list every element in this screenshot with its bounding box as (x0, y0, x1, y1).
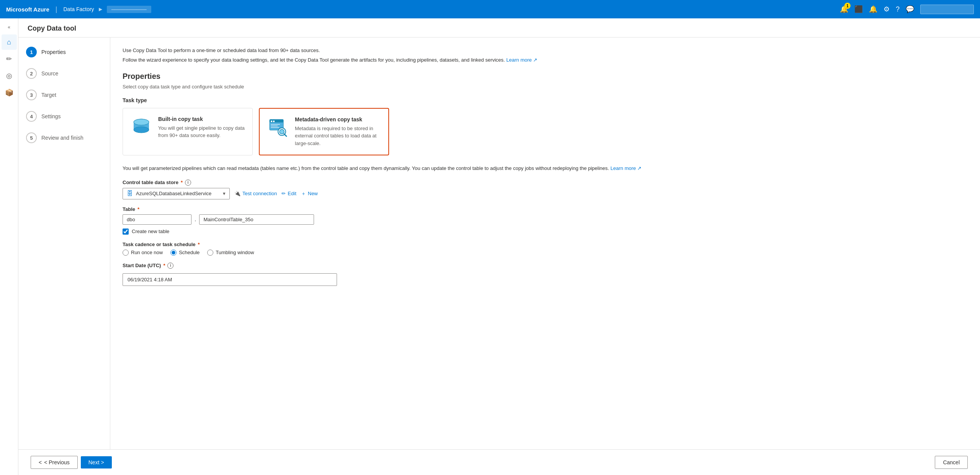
radio-tumbling-label: Tumbling window (216, 250, 254, 255)
radio-group: Run once now Schedule Tumbling window (123, 250, 968, 256)
svg-rect-10 (271, 127, 279, 128)
control-table-row: 🗄 AzureSQLDatabaseLinkedService ▾ 🔌 Test… (123, 188, 968, 199)
control-table-dropdown[interactable]: 🗄 AzureSQLDatabaseLinkedService ▾ (123, 188, 230, 199)
cloud-shell-icon[interactable]: ⬛ (854, 5, 863, 13)
step-source[interactable]: 2 Source (26, 68, 102, 79)
previous-chevron: < (39, 459, 42, 465)
svg-point-3 (134, 119, 149, 125)
alerts-icon[interactable]: 🔔 (869, 5, 877, 13)
test-connection-link[interactable]: 🔌 Test connection (234, 191, 277, 196)
step-4-circle: 4 (26, 111, 37, 122)
start-date-info-icon[interactable]: i (167, 263, 173, 269)
required-star-1: * (181, 180, 183, 185)
dot-separator: . (195, 216, 196, 223)
step-1-circle: 1 (26, 47, 37, 57)
breadcrumb: ────────── (107, 6, 151, 13)
radio-run-once-label: Run once now (131, 250, 163, 255)
left-sidebar: « ⌂ ✏ ◎ 📦 (0, 18, 18, 475)
svg-rect-9 (271, 126, 278, 126)
task-options: Built-in copy task You will get single p… (123, 108, 968, 156)
create-new-table-checkbox[interactable] (123, 229, 129, 235)
topbar-search-input[interactable] (920, 5, 974, 14)
step-properties[interactable]: 1 Properties (26, 47, 102, 57)
radio-run-once[interactable]: Run once now (123, 250, 163, 256)
required-star-3: * (198, 242, 200, 247)
builtin-task-title: Built-in copy task (158, 116, 245, 122)
table-row-inputs: . (123, 214, 968, 225)
topbar: Microsoft Azure | Data Factory ▶ ───────… (0, 0, 980, 18)
svg-rect-6 (271, 121, 272, 122)
sidebar-item-home[interactable]: ⌂ (2, 34, 17, 50)
metadata-task-icon (267, 116, 289, 138)
sidebar-collapse-button[interactable]: « (8, 21, 10, 33)
task-type-label: Task type (123, 97, 968, 103)
notification-icon[interactable]: 🔔 1 (840, 5, 848, 13)
step-review[interactable]: 5 Review and finish (26, 132, 102, 143)
radio-tumbling[interactable]: Tumbling window (207, 250, 254, 256)
new-link[interactable]: ＋ New (301, 190, 318, 197)
page-title: Copy Data tool (28, 24, 971, 33)
notification-badge: 1 (844, 3, 851, 9)
control-table-info-icon[interactable]: i (185, 180, 191, 186)
pencil-icon: ✏ (281, 191, 286, 196)
control-table-label: Control table data store * i (123, 180, 968, 186)
step-3-circle: 3 (26, 90, 37, 100)
step-settings[interactable]: 4 Settings (26, 111, 102, 122)
builtin-task-icon (131, 116, 152, 137)
steps-sidebar: 1 Properties 2 Source 3 Target 4 Setting… (18, 38, 110, 449)
table-schema-input[interactable] (123, 214, 191, 225)
builtin-task-card[interactable]: Built-in copy task You will get single p… (123, 108, 253, 156)
settings-icon[interactable]: ⚙ (883, 5, 890, 13)
svg-rect-8 (271, 124, 280, 125)
sidebar-item-manage[interactable]: 📦 (2, 85, 17, 100)
metadata-task-card[interactable]: Metadata-driven copy task Metadata is re… (259, 108, 389, 156)
datafactory-label: Data Factory (63, 6, 94, 12)
create-new-table-label: Create new table (132, 229, 169, 234)
cancel-button[interactable]: Cancel (935, 456, 968, 469)
separator: | (56, 5, 57, 13)
learn-more-link-1[interactable]: Learn more ↗ (506, 57, 537, 63)
required-star-4: * (163, 263, 165, 268)
step-target[interactable]: 3 Target (26, 90, 102, 100)
feedback-icon[interactable]: 💬 (906, 5, 914, 13)
step-3-label: Target (41, 92, 56, 98)
intro-line1: Use Copy Data Tool to perform a one-time… (123, 47, 968, 55)
learn-more-link-2[interactable]: Learn more ↗ (610, 165, 641, 171)
plus-icon: ＋ (301, 190, 306, 197)
radio-schedule-label: Schedule (179, 250, 200, 255)
radio-schedule[interactable]: Schedule (170, 250, 200, 256)
table-label: Table * (123, 206, 968, 212)
required-star-2: * (137, 206, 139, 212)
svg-point-2 (134, 127, 149, 133)
table-name-input[interactable] (199, 214, 314, 225)
previous-button[interactable]: < < Previous (31, 456, 78, 469)
sidebar-item-monitor[interactable]: ◎ (2, 68, 17, 83)
param-text: You will get parameterized pipelines whi… (123, 165, 968, 173)
step-1-label: Properties (41, 49, 66, 55)
metadata-task-content: Metadata-driven copy task Metadata is re… (295, 116, 381, 147)
start-date-input[interactable] (123, 273, 337, 286)
svg-line-13 (284, 134, 286, 136)
section-title: Properties (123, 72, 968, 81)
dropdown-chevron: ▾ (223, 191, 226, 196)
control-table-value: AzureSQLDatabaseLinkedService (136, 191, 211, 196)
intro-line2: Follow the wizard experience to specify … (123, 56, 968, 64)
builtin-task-content: Built-in copy task You will get single p… (158, 116, 245, 139)
edit-link[interactable]: ✏ Edit (281, 191, 296, 196)
breadcrumb-arrow: ▶ (99, 7, 102, 12)
radio-schedule-input[interactable] (170, 250, 177, 256)
help-icon[interactable]: ? (896, 5, 900, 13)
plug-icon: 🔌 (234, 191, 241, 196)
step-5-circle: 5 (26, 132, 37, 143)
metadata-task-desc: Metadata is required to be stored in ext… (295, 125, 381, 147)
topbar-icons: 🔔 1 ⬛ 🔔 ⚙ ? 💬 (840, 5, 974, 14)
next-button[interactable]: Next > (81, 456, 112, 468)
sidebar-item-edit[interactable]: ✏ (2, 51, 17, 67)
db-icon: 🗄 (127, 190, 133, 197)
radio-run-once-input[interactable] (123, 250, 129, 256)
step-2-label: Source (41, 70, 58, 77)
builtin-task-desc: You will get single pipeline to copy dat… (158, 124, 245, 139)
radio-tumbling-input[interactable] (207, 250, 213, 256)
step-5-label: Review and finish (41, 135, 83, 141)
main-content: Copy Data tool 1 Properties 2 Source 3 T… (18, 18, 980, 475)
